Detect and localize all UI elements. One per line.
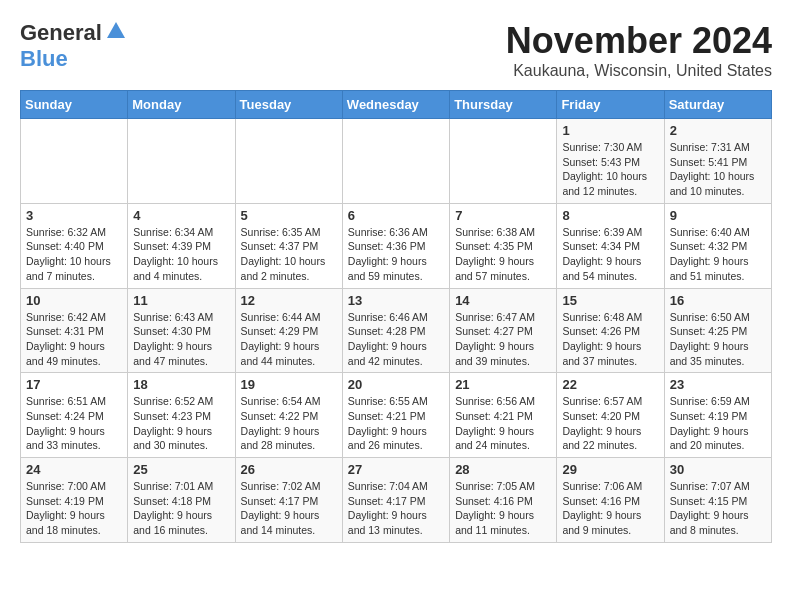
day-number: 15 [562, 293, 658, 308]
day-info: Sunrise: 7:00 AM Sunset: 4:19 PM Dayligh… [26, 479, 122, 538]
calendar-cell: 23Sunrise: 6:59 AM Sunset: 4:19 PM Dayli… [664, 373, 771, 458]
calendar-cell: 3Sunrise: 6:32 AM Sunset: 4:40 PM Daylig… [21, 203, 128, 288]
day-number: 22 [562, 377, 658, 392]
week-row-4: 17Sunrise: 6:51 AM Sunset: 4:24 PM Dayli… [21, 373, 772, 458]
calendar-cell: 24Sunrise: 7:00 AM Sunset: 4:19 PM Dayli… [21, 458, 128, 543]
calendar-cell: 13Sunrise: 6:46 AM Sunset: 4:28 PM Dayli… [342, 288, 449, 373]
title-block: November 2024 Kaukauna, Wisconsin, Unite… [506, 20, 772, 80]
day-number: 9 [670, 208, 766, 223]
day-number: 24 [26, 462, 122, 477]
day-info: Sunrise: 7:05 AM Sunset: 4:16 PM Dayligh… [455, 479, 551, 538]
day-number: 23 [670, 377, 766, 392]
day-number: 26 [241, 462, 337, 477]
day-info: Sunrise: 6:52 AM Sunset: 4:23 PM Dayligh… [133, 394, 229, 453]
day-info: Sunrise: 6:50 AM Sunset: 4:25 PM Dayligh… [670, 310, 766, 369]
day-number: 2 [670, 123, 766, 138]
day-info: Sunrise: 6:46 AM Sunset: 4:28 PM Dayligh… [348, 310, 444, 369]
calendar-cell [235, 119, 342, 204]
weekday-header-saturday: Saturday [664, 91, 771, 119]
day-number: 25 [133, 462, 229, 477]
calendar-cell: 14Sunrise: 6:47 AM Sunset: 4:27 PM Dayli… [450, 288, 557, 373]
svg-marker-0 [107, 22, 125, 38]
calendar-cell: 11Sunrise: 6:43 AM Sunset: 4:30 PM Dayli… [128, 288, 235, 373]
day-info: Sunrise: 6:42 AM Sunset: 4:31 PM Dayligh… [26, 310, 122, 369]
page-subtitle: Kaukauna, Wisconsin, United States [506, 62, 772, 80]
weekday-header-thursday: Thursday [450, 91, 557, 119]
day-info: Sunrise: 7:31 AM Sunset: 5:41 PM Dayligh… [670, 140, 766, 199]
logo-blue: Blue [20, 46, 68, 71]
day-info: Sunrise: 7:30 AM Sunset: 5:43 PM Dayligh… [562, 140, 658, 199]
day-info: Sunrise: 6:35 AM Sunset: 4:37 PM Dayligh… [241, 225, 337, 284]
day-number: 11 [133, 293, 229, 308]
calendar-cell: 26Sunrise: 7:02 AM Sunset: 4:17 PM Dayli… [235, 458, 342, 543]
calendar-cell [128, 119, 235, 204]
calendar-cell [450, 119, 557, 204]
calendar-cell: 5Sunrise: 6:35 AM Sunset: 4:37 PM Daylig… [235, 203, 342, 288]
day-info: Sunrise: 7:06 AM Sunset: 4:16 PM Dayligh… [562, 479, 658, 538]
day-number: 10 [26, 293, 122, 308]
day-number: 17 [26, 377, 122, 392]
weekday-header-friday: Friday [557, 91, 664, 119]
day-number: 30 [670, 462, 766, 477]
day-info: Sunrise: 7:02 AM Sunset: 4:17 PM Dayligh… [241, 479, 337, 538]
day-info: Sunrise: 6:51 AM Sunset: 4:24 PM Dayligh… [26, 394, 122, 453]
page-title: November 2024 [506, 20, 772, 62]
day-info: Sunrise: 6:32 AM Sunset: 4:40 PM Dayligh… [26, 225, 122, 284]
day-number: 7 [455, 208, 551, 223]
weekday-header-tuesday: Tuesday [235, 91, 342, 119]
calendar-cell: 21Sunrise: 6:56 AM Sunset: 4:21 PM Dayli… [450, 373, 557, 458]
day-number: 28 [455, 462, 551, 477]
calendar-cell: 4Sunrise: 6:34 AM Sunset: 4:39 PM Daylig… [128, 203, 235, 288]
calendar-cell [342, 119, 449, 204]
logo-icon [105, 20, 127, 46]
day-info: Sunrise: 6:55 AM Sunset: 4:21 PM Dayligh… [348, 394, 444, 453]
day-number: 20 [348, 377, 444, 392]
calendar-cell: 16Sunrise: 6:50 AM Sunset: 4:25 PM Dayli… [664, 288, 771, 373]
calendar-table: SundayMondayTuesdayWednesdayThursdayFrid… [20, 90, 772, 543]
day-number: 14 [455, 293, 551, 308]
calendar-cell: 6Sunrise: 6:36 AM Sunset: 4:36 PM Daylig… [342, 203, 449, 288]
day-info: Sunrise: 6:47 AM Sunset: 4:27 PM Dayligh… [455, 310, 551, 369]
calendar-cell: 27Sunrise: 7:04 AM Sunset: 4:17 PM Dayli… [342, 458, 449, 543]
calendar-cell: 12Sunrise: 6:44 AM Sunset: 4:29 PM Dayli… [235, 288, 342, 373]
header-row: SundayMondayTuesdayWednesdayThursdayFrid… [21, 91, 772, 119]
logo: General Blue [20, 20, 127, 72]
day-info: Sunrise: 6:54 AM Sunset: 4:22 PM Dayligh… [241, 394, 337, 453]
day-info: Sunrise: 6:40 AM Sunset: 4:32 PM Dayligh… [670, 225, 766, 284]
day-number: 4 [133, 208, 229, 223]
day-info: Sunrise: 6:39 AM Sunset: 4:34 PM Dayligh… [562, 225, 658, 284]
weekday-header-wednesday: Wednesday [342, 91, 449, 119]
day-info: Sunrise: 7:01 AM Sunset: 4:18 PM Dayligh… [133, 479, 229, 538]
day-number: 21 [455, 377, 551, 392]
calendar-cell: 29Sunrise: 7:06 AM Sunset: 4:16 PM Dayli… [557, 458, 664, 543]
page-header: General Blue November 2024 Kaukauna, Wis… [20, 20, 772, 80]
calendar-cell: 25Sunrise: 7:01 AM Sunset: 4:18 PM Dayli… [128, 458, 235, 543]
day-info: Sunrise: 6:44 AM Sunset: 4:29 PM Dayligh… [241, 310, 337, 369]
week-row-1: 1Sunrise: 7:30 AM Sunset: 5:43 PM Daylig… [21, 119, 772, 204]
day-number: 8 [562, 208, 658, 223]
calendar-cell: 1Sunrise: 7:30 AM Sunset: 5:43 PM Daylig… [557, 119, 664, 204]
day-info: Sunrise: 7:04 AM Sunset: 4:17 PM Dayligh… [348, 479, 444, 538]
day-number: 18 [133, 377, 229, 392]
calendar-cell: 15Sunrise: 6:48 AM Sunset: 4:26 PM Dayli… [557, 288, 664, 373]
day-info: Sunrise: 6:34 AM Sunset: 4:39 PM Dayligh… [133, 225, 229, 284]
week-row-5: 24Sunrise: 7:00 AM Sunset: 4:19 PM Dayli… [21, 458, 772, 543]
day-number: 6 [348, 208, 444, 223]
week-row-2: 3Sunrise: 6:32 AM Sunset: 4:40 PM Daylig… [21, 203, 772, 288]
calendar-cell: 17Sunrise: 6:51 AM Sunset: 4:24 PM Dayli… [21, 373, 128, 458]
calendar-cell: 10Sunrise: 6:42 AM Sunset: 4:31 PM Dayli… [21, 288, 128, 373]
calendar-cell: 8Sunrise: 6:39 AM Sunset: 4:34 PM Daylig… [557, 203, 664, 288]
day-number: 5 [241, 208, 337, 223]
week-row-3: 10Sunrise: 6:42 AM Sunset: 4:31 PM Dayli… [21, 288, 772, 373]
day-info: Sunrise: 6:36 AM Sunset: 4:36 PM Dayligh… [348, 225, 444, 284]
day-number: 3 [26, 208, 122, 223]
day-number: 19 [241, 377, 337, 392]
calendar-cell [21, 119, 128, 204]
day-number: 29 [562, 462, 658, 477]
calendar-cell: 2Sunrise: 7:31 AM Sunset: 5:41 PM Daylig… [664, 119, 771, 204]
calendar-cell: 7Sunrise: 6:38 AM Sunset: 4:35 PM Daylig… [450, 203, 557, 288]
day-info: Sunrise: 6:59 AM Sunset: 4:19 PM Dayligh… [670, 394, 766, 453]
day-number: 12 [241, 293, 337, 308]
day-info: Sunrise: 6:43 AM Sunset: 4:30 PM Dayligh… [133, 310, 229, 369]
day-info: Sunrise: 6:57 AM Sunset: 4:20 PM Dayligh… [562, 394, 658, 453]
